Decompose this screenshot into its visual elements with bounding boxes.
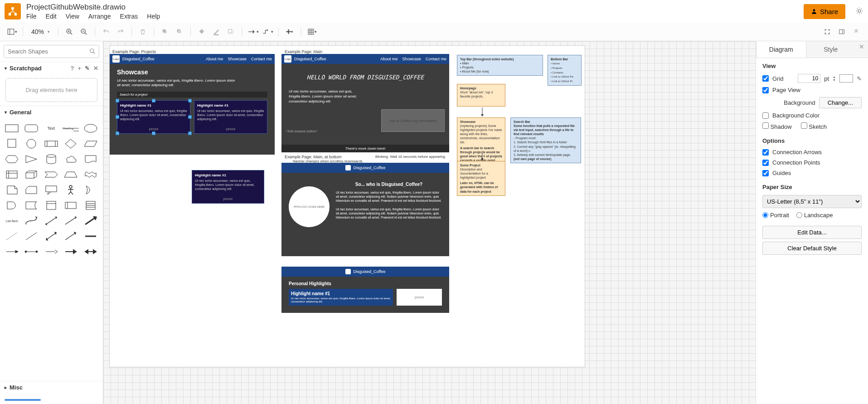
search-shapes-input[interactable] [4, 45, 99, 58]
general-header[interactable]: ▾ General [0, 106, 103, 118]
change-bg-button[interactable]: Change... [819, 97, 862, 108]
shape-bidir-line[interactable] [43, 230, 59, 243]
shape-and[interactable] [4, 199, 20, 212]
mockup-main-bottom[interactable]: Disguised_Coffee PFP/LOGO GOES HERE So..… [281, 163, 449, 256]
shape-ellipse[interactable] [82, 122, 99, 135]
shape-hcontainer[interactable] [63, 199, 79, 212]
tab-style[interactable]: Style [806, 41, 856, 58]
to-front-icon[interactable] [159, 25, 171, 38]
shape-cube[interactable] [23, 168, 39, 181]
scratchpad-add-icon[interactable]: + [78, 65, 81, 72]
line-color-icon[interactable] [210, 25, 223, 38]
sketch-checkbox[interactable] [801, 122, 807, 129]
floating-card[interactable]: Highlight name #1 Ut nec tortor accumsan… [192, 170, 264, 204]
shape-actor[interactable] [63, 184, 79, 196]
delete-icon[interactable] [136, 25, 149, 38]
shape-cylinder[interactable] [43, 153, 59, 165]
conn-points-checkbox[interactable] [762, 160, 769, 166]
grid-down-icon[interactable]: ▼ [833, 78, 836, 82]
scratchpad-drop-area[interactable]: Drag elements here [5, 78, 97, 102]
collapse-icon[interactable] [850, 25, 863, 38]
shape-link[interactable] [82, 230, 99, 243]
shape-arrow[interactable] [63, 214, 79, 227]
conn-arrows-checkbox[interactable] [762, 149, 769, 156]
grid-color-swatch[interactable] [839, 74, 853, 83]
shape-container[interactable] [43, 199, 59, 212]
shape-dir-line[interactable] [63, 230, 79, 243]
papersize-select[interactable]: US-Letter (8,5" x 11") [762, 195, 862, 208]
fill-color-icon[interactable] [195, 25, 208, 38]
shape-document[interactable] [82, 153, 99, 165]
menu-edit[interactable]: Edit [46, 13, 57, 20]
to-back-icon[interactable] [173, 25, 186, 38]
undo-icon[interactable] [100, 25, 112, 38]
bgcolor-checkbox[interactable] [762, 112, 769, 119]
shape-or[interactable] [82, 184, 99, 196]
shape-datastore[interactable] [23, 199, 39, 212]
shape-curve[interactable] [23, 214, 39, 227]
shape-link6[interactable] [82, 245, 99, 258]
shape-heading[interactable]: Heading━━━━━━ [63, 122, 79, 135]
shape-thick-arrow[interactable] [82, 214, 99, 227]
note-searchbar[interactable]: Search Bar Some function that pulls a re… [510, 117, 581, 163]
shape-dashed[interactable] [4, 230, 20, 243]
grid-checkbox[interactable] [762, 75, 769, 82]
scratchpad-edit-icon[interactable]: ✎ [85, 65, 90, 72]
shape-rect[interactable] [4, 122, 20, 135]
menu-help[interactable]: Help [147, 13, 160, 20]
shape-hexagon[interactable] [4, 153, 20, 165]
tab-close-icon[interactable]: ✕ [855, 41, 868, 58]
menu-extras[interactable]: Extras [120, 13, 138, 20]
shape-circle[interactable] [23, 137, 39, 150]
shape-card[interactable] [23, 184, 39, 196]
landscape-radio[interactable] [796, 212, 802, 218]
theme-icon[interactable] [855, 7, 863, 16]
zoom-out-icon[interactable] [78, 25, 90, 38]
redo-icon[interactable] [114, 25, 127, 38]
menu-arrange[interactable]: Arrange [88, 13, 111, 20]
note-bottombar[interactable]: Bottom Bar • Home • Projects • Contacts … [548, 55, 582, 86]
fullscreen-icon[interactable] [821, 25, 834, 38]
shape-parallelogram[interactable] [82, 137, 99, 150]
scratchpad-header[interactable]: ▾ Scratchpad ? + ✎ ✕ [0, 62, 103, 74]
shape-line[interactable] [23, 230, 39, 243]
menu-file[interactable]: File [26, 13, 37, 20]
shadow-checkbox[interactable] [762, 122, 769, 129]
shape-trapezoid[interactable] [63, 168, 79, 181]
shape-link5[interactable] [63, 245, 79, 258]
shape-diamond[interactable] [63, 137, 79, 150]
shape-rounded[interactable] [23, 122, 39, 135]
guides-checkbox[interactable] [762, 170, 769, 176]
shape-link4[interactable] [43, 245, 59, 258]
app-logo[interactable] [5, 3, 21, 19]
grid-pencil-icon[interactable]: ✎ [857, 75, 862, 82]
mockup-highlights[interactable]: Disguised_Coffee Personal Highlights Hig… [281, 267, 449, 313]
zoom-in-icon[interactable] [63, 25, 76, 38]
shape-cloud[interactable] [63, 153, 79, 165]
shape-square[interactable] [4, 137, 20, 150]
format-panel-icon[interactable] [835, 25, 848, 38]
waypoint-icon[interactable]: ▾ [261, 25, 274, 38]
canvas[interactable]: Example Page: Projects Logo Disguised_Co… [103, 41, 756, 404]
shape-triangle[interactable] [23, 153, 39, 165]
zoom-level[interactable]: 40%▾ [28, 28, 53, 35]
mockup-main[interactable]: Logo Disguised_Coffee About meShowcaseCo… [281, 54, 449, 152]
shape-link2[interactable] [4, 245, 20, 258]
shape-tape[interactable] [82, 168, 99, 181]
clear-style-button[interactable]: Clear Default Style [762, 242, 862, 255]
shape-step[interactable] [43, 168, 59, 181]
scratchpad-close-icon[interactable]: ✕ [93, 65, 98, 72]
shape-listitem[interactable]: List Item [4, 214, 20, 227]
shape-link3[interactable] [23, 245, 39, 258]
portrait-radio[interactable] [762, 212, 768, 218]
mockup-projects[interactable]: Logo Disguised_Coffee About me Showcase … [110, 54, 275, 155]
note-someproject[interactable]: Some Project Description and documentati… [457, 161, 505, 196]
pageview-checkbox[interactable] [762, 87, 769, 93]
sidebar-toggle-icon[interactable]: ▾ [5, 25, 18, 38]
shape-note[interactable] [4, 184, 20, 196]
shape-list[interactable] [82, 199, 99, 212]
connection-icon[interactable]: ▾ [247, 25, 259, 38]
page-tab[interactable] [5, 399, 41, 401]
document-title[interactable]: ProjectGithubWebsite.drawio [26, 3, 798, 12]
menu-view[interactable]: View [66, 13, 79, 20]
